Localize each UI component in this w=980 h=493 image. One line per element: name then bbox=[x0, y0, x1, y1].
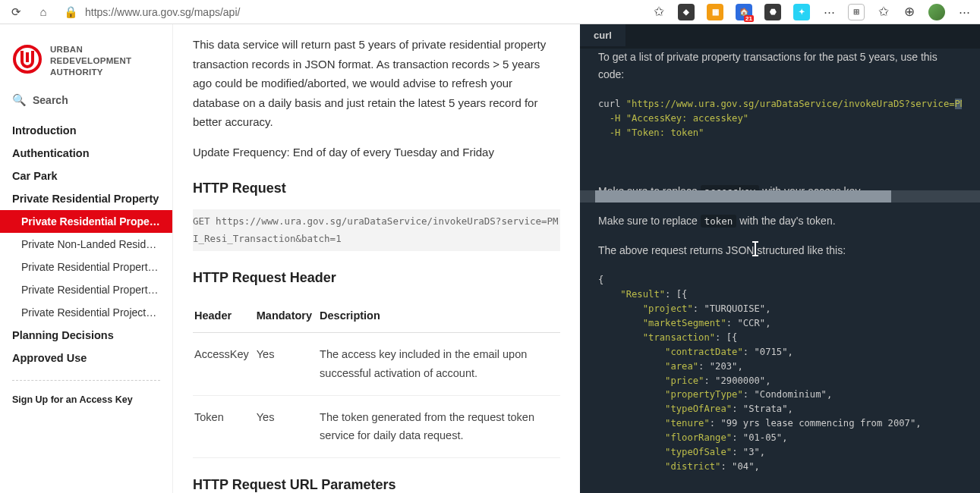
lock-icon: 🔒 bbox=[64, 5, 77, 19]
heading-url-params: HTTP Request URL Parameters bbox=[193, 473, 560, 493]
extension-icon[interactable]: ▦ bbox=[707, 4, 723, 20]
nav-planning-decisions[interactable]: Planning Decisions bbox=[0, 324, 172, 347]
collections-icon[interactable]: ⊕ bbox=[903, 5, 916, 19]
logo-text: URBANREDEVELOPMENTAUTHORITY bbox=[50, 44, 131, 78]
http-request-code: GET https://www.ura.gov.sg/uraDataServic… bbox=[193, 209, 560, 252]
col-description: Description bbox=[320, 299, 560, 333]
more-icon[interactable]: ⋯ bbox=[822, 5, 836, 19]
intro-paragraph: This data service will return past 5 yea… bbox=[193, 35, 560, 132]
note-json: The above request returns JSON structure… bbox=[598, 242, 962, 259]
nav-authentication[interactable]: Authentication bbox=[0, 142, 172, 165]
json-response-block: { "Result": [{ "project": "TURQUOISE", "… bbox=[598, 273, 962, 474]
nav-prp-units[interactable]: Private Residential Property Unit... bbox=[0, 278, 172, 301]
profile-avatar[interactable] bbox=[928, 4, 945, 20]
nav: Introduction Authentication Car Park Pri… bbox=[0, 115, 172, 408]
main-content: This data service will return past 5 yea… bbox=[173, 24, 580, 493]
extension-icon[interactable]: ⊞ bbox=[848, 4, 865, 20]
code-panel: curl To get a list of private property t… bbox=[580, 24, 980, 493]
table-row: AccessKey Yes The access key included in… bbox=[193, 333, 560, 395]
nav-car-park[interactable]: Car Park bbox=[0, 165, 172, 187]
search-icon: 🔍 bbox=[12, 93, 27, 107]
url-text: https://www.ura.gov.sg/maps/api/ bbox=[85, 6, 240, 18]
code-tab-row: curl bbox=[580, 24, 980, 49]
col-mandatory: Mandatory bbox=[257, 299, 320, 333]
nav-private-residential-property[interactable]: Private Residential Property bbox=[0, 187, 172, 210]
browser-toolbar: ⟳ ⌂ 🔒 https://www.ura.gov.sg/maps/api/ ✩… bbox=[0, 0, 980, 24]
favorites-bar-icon[interactable]: ✩ bbox=[877, 5, 890, 19]
home-icon[interactable]: ⌂ bbox=[36, 5, 50, 19]
scrollbar-thumb[interactable] bbox=[595, 190, 891, 203]
refresh-icon[interactable]: ⟳ bbox=[9, 5, 23, 19]
search-input[interactable]: 🔍 Search bbox=[0, 89, 172, 115]
table-row: Token Yes The token generated from the r… bbox=[193, 395, 560, 457]
extension-icon[interactable]: 🏠21 bbox=[736, 4, 752, 20]
header-table: Header Mandatory Description AccessKey Y… bbox=[193, 299, 560, 458]
tab-curl[interactable]: curl bbox=[580, 24, 625, 46]
nav-introduction[interactable]: Introduction bbox=[0, 119, 172, 142]
extension-icon[interactable]: ⬣ bbox=[764, 4, 781, 20]
horizontal-scrollbar[interactable] bbox=[580, 190, 980, 203]
address-bar[interactable]: 🔒 https://www.ura.gov.sg/maps/api/ bbox=[64, 5, 489, 19]
sidebar: URBANREDEVELOPMENTAUTHORITY 🔍 Search Int… bbox=[0, 24, 173, 493]
col-header: Header bbox=[193, 299, 257, 333]
nav-prp-projects[interactable]: Private Residential Projects in th... bbox=[0, 301, 172, 324]
divider bbox=[12, 380, 160, 381]
signup-link[interactable]: Sign Up for an Access Key bbox=[0, 391, 172, 408]
search-label: Search bbox=[33, 94, 68, 106]
extension-icon[interactable]: ✦ bbox=[793, 4, 810, 20]
heading-http-request: HTTP Request bbox=[193, 177, 560, 200]
code-intro: To get a list of private property transa… bbox=[598, 49, 962, 83]
nav-prp-non-landed[interactable]: Private Non-Landed Residential ... bbox=[0, 233, 172, 256]
curl-code-block: curl "https://www.ura.gov.sg/uraDataServ… bbox=[598, 97, 962, 140]
text-cursor-icon bbox=[755, 243, 756, 255]
update-frequency: Update Frequency: End of day of every Tu… bbox=[193, 143, 560, 162]
logo[interactable]: URBANREDEVELOPMENTAUTHORITY bbox=[0, 30, 172, 89]
toolbar-extensions: ✩ ◆ ▦ 🏠21 ⬣ ✦ ⋯ ⊞ ✩ ⊕ ⋯ bbox=[652, 4, 971, 20]
logo-mark-icon bbox=[12, 44, 43, 78]
badge-count: 21 bbox=[744, 15, 754, 22]
nav-approved-use[interactable]: Approved Use bbox=[0, 347, 172, 369]
nav-prp-transaction[interactable]: Private Residential Property Tran... bbox=[0, 210, 172, 233]
nav-prp-properties-rental[interactable]: Private Residential Properties Re... bbox=[0, 256, 172, 278]
favorite-icon[interactable]: ✩ bbox=[652, 5, 666, 19]
note-token: Make sure to replace token with the day'… bbox=[598, 212, 962, 230]
extension-icon[interactable]: ◆ bbox=[678, 4, 695, 20]
menu-icon[interactable]: ⋯ bbox=[957, 5, 971, 19]
heading-http-header: HTTP Request Header bbox=[193, 266, 560, 290]
